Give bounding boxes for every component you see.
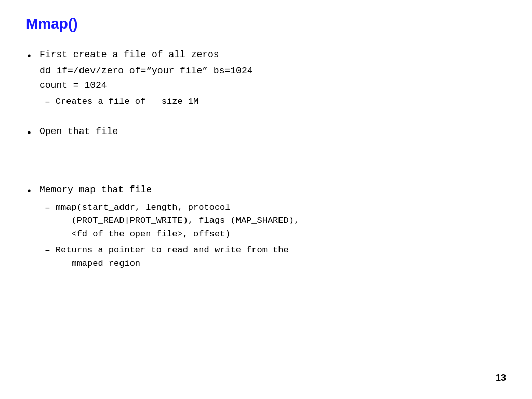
code-block-1: dd if=/dev/zero of=“your file” bs=1024 c… [39, 64, 506, 93]
sub-bullet-1-1: – Creates a file of size 1M [45, 95, 506, 109]
bullet-text-1: First create a file of all zeros dd if=/… [39, 48, 506, 109]
slide-content: • First create a file of all zeros dd if… [26, 48, 506, 270]
code-line-1-2: count = 1024 [39, 78, 506, 93]
bullet-item-2: • Open that file [26, 125, 506, 141]
sub-dash-3-2: – [45, 244, 50, 258]
bullet-section-2: • Open that file [26, 125, 506, 141]
bullet-item-1: • First create a file of all zeros dd if… [26, 48, 506, 109]
sub-text-3-2: Returns a pointer to read and write from… [56, 244, 506, 270]
bullet-main-text-3: Memory map that file [39, 184, 152, 195]
bullet-item-3: • Memory map that file – mmap(start_addr… [26, 183, 506, 271]
sub-text-1-1: Creates a file of size 1M [56, 95, 506, 109]
bullet-dot-3: • [26, 184, 32, 200]
bullet-text-3: Memory map that file – mmap(start_addr, … [39, 183, 506, 271]
bullet-text-2: Open that file [39, 125, 506, 139]
bullet-main-text-1: First create a file of all zeros [39, 49, 219, 60]
bullet-dot-1: • [26, 49, 32, 64]
bullet-main-text-2: Open that file [39, 126, 118, 137]
slide-title: Mmap() [26, 16, 506, 32]
sub-bullet-3-1: – mmap(start_addr, length, protocol (PRO… [45, 201, 506, 241]
page-number: 13 [496, 373, 506, 383]
bullet-section-3: • Memory map that file – mmap(start_addr… [26, 183, 506, 271]
sub-bullet-3-2: – Returns a pointer to read and write fr… [45, 244, 506, 270]
sub-dash-1-1: – [45, 95, 50, 109]
bullet-dot-2: • [26, 126, 32, 141]
slide-container: Mmap() • First create a file of all zero… [0, 0, 532, 399]
spacer [26, 167, 506, 183]
code-line-1-1: dd if=/dev/zero of=“your file” bs=1024 [39, 64, 506, 78]
sub-dash-3-1: – [45, 201, 50, 215]
bullet-section-1: • First create a file of all zeros dd if… [26, 48, 506, 109]
sub-text-3-1: mmap(start_addr, length, protocol (PROT_… [56, 201, 506, 241]
